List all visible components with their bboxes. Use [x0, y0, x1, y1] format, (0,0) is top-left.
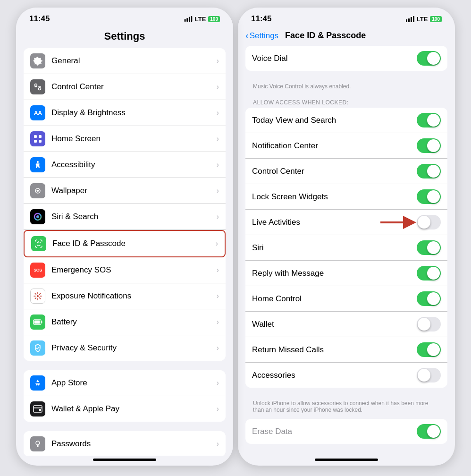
- row-notification-center[interactable]: Notification Center: [245, 133, 447, 159]
- faceid-label: Face ID & Passcode: [52, 239, 216, 248]
- row-privacy[interactable]: Privacy & Security ›: [24, 335, 226, 361]
- svg-rect-10: [39, 135, 42, 138]
- passwords-label: Passwords: [51, 439, 217, 449]
- row-wallet[interactable]: Wallet & Apple Pay ›: [24, 396, 226, 422]
- row-voice-dial[interactable]: Voice Dial: [245, 46, 447, 71]
- right-signal-icon: [406, 16, 414, 22]
- accessibility-chevron: ›: [217, 161, 219, 169]
- settings-group-3: Passwords ›: [24, 431, 226, 456]
- siri-icon: [30, 209, 45, 224]
- wallet-chevron: ›: [217, 405, 219, 413]
- right-status-icons: LTE 100: [406, 16, 442, 23]
- control-center-icon: [30, 79, 45, 94]
- faceid-icon: [31, 236, 46, 251]
- right-battery-badge: 100: [430, 16, 442, 22]
- emergency-label: Emergency SOS: [51, 265, 217, 275]
- row-exposure[interactable]: Exposure Notifications ›: [24, 283, 226, 309]
- return-calls-label: Return Missed Calls: [252, 345, 417, 355]
- row-appstore[interactable]: App Store ›: [24, 370, 226, 396]
- emergency-chevron: ›: [217, 266, 219, 274]
- control-center-lock-toggle[interactable]: [417, 164, 441, 178]
- row-control-center-lock[interactable]: Control Center: [245, 159, 447, 184]
- siri-label: Siri & Search: [51, 212, 217, 221]
- erase-data-toggle[interactable]: [417, 424, 441, 439]
- svg-rect-33: [39, 409, 41, 411]
- privacy-chevron: ›: [217, 344, 219, 352]
- live-activities-toggle[interactable]: [417, 215, 441, 230]
- erase-data-group: Erase Data: [245, 419, 447, 444]
- appstore-label: App Store: [51, 378, 217, 388]
- wallpaper-icon: [30, 183, 45, 198]
- control-center-label: Control Center: [51, 82, 217, 92]
- row-accessibility[interactable]: Accessibility ›: [24, 152, 226, 178]
- today-view-toggle[interactable]: [417, 113, 441, 128]
- svg-rect-9: [34, 135, 37, 138]
- svg-rect-12: [39, 140, 42, 143]
- reply-message-toggle[interactable]: [417, 266, 441, 280]
- row-siri-lock[interactable]: Siri: [245, 235, 447, 261]
- battery-label: Battery: [51, 317, 217, 327]
- left-phone: 11:45 LTE 100 Settings: [16, 8, 233, 466]
- row-passwords[interactable]: Passwords ›: [24, 431, 226, 456]
- back-button[interactable]: ‹ Settings: [245, 30, 278, 41]
- accessories-toggle[interactable]: [417, 368, 441, 382]
- siri-lock-toggle[interactable]: [417, 240, 441, 255]
- display-label: Display & Brightness: [51, 108, 217, 118]
- left-status-bar: 11:45 LTE 100: [16, 8, 233, 26]
- home-screen-label: Home Screen: [51, 134, 217, 144]
- settings-group-2: App Store › Wallet & Apple Pay ›: [24, 370, 226, 422]
- svg-point-13: [37, 161, 39, 163]
- left-page-header: Settings: [16, 26, 233, 48]
- row-today-view[interactable]: Today View and Search: [245, 108, 447, 133]
- row-faceid[interactable]: Face ID & Passcode ›: [24, 230, 226, 257]
- control-center-chevron: ›: [217, 83, 219, 91]
- display-icon: AA: [30, 105, 45, 120]
- svg-line-25: [40, 298, 41, 299]
- row-wallet-lock[interactable]: Wallet: [245, 312, 447, 337]
- svg-rect-1: [186, 18, 188, 22]
- return-calls-toggle[interactable]: [417, 342, 441, 357]
- row-return-calls[interactable]: Return Missed Calls: [245, 337, 447, 363]
- back-label: Settings: [250, 31, 278, 41]
- voice-dial-toggle[interactable]: [417, 51, 441, 66]
- row-home-screen[interactable]: Home Screen ›: [24, 126, 226, 152]
- row-lock-widgets[interactable]: Lock Screen Widgets: [245, 184, 447, 210]
- svg-point-19: [37, 295, 39, 297]
- svg-point-34: [36, 441, 40, 445]
- row-siri[interactable]: Siri & Search ›: [24, 204, 226, 230]
- row-wallpaper[interactable]: Wallpaper ›: [24, 178, 226, 204]
- passwords-chevron: ›: [217, 440, 219, 448]
- row-display[interactable]: AA Display & Brightness ›: [24, 100, 226, 126]
- row-emergency-sos[interactable]: SOS Emergency SOS ›: [24, 257, 226, 283]
- row-home-control[interactable]: Home Control: [245, 286, 447, 312]
- home-control-toggle[interactable]: [417, 291, 441, 306]
- exposure-label: Exposure Notifications: [51, 291, 217, 301]
- right-page-header: ‹ Settings Face ID & Passcode: [238, 26, 455, 46]
- main-container: 11:45 LTE 100 Settings: [0, 0, 471, 476]
- svg-rect-7: [34, 86, 37, 87]
- notification-center-toggle[interactable]: [417, 138, 441, 153]
- lock-widgets-toggle[interactable]: [417, 189, 441, 204]
- row-battery[interactable]: Battery ›: [24, 309, 226, 335]
- svg-rect-38: [411, 17, 412, 22]
- home-screen-icon: [30, 131, 45, 146]
- row-accessories[interactable]: Accessories: [245, 363, 447, 388]
- svg-point-16: [36, 215, 39, 218]
- general-chevron: ›: [217, 57, 219, 65]
- row-reply-message[interactable]: Reply with Message: [245, 261, 447, 286]
- right-status-bar: 11:45 LTE 100: [238, 8, 455, 26]
- wallet-lock-toggle[interactable]: [417, 317, 441, 332]
- right-page-title: Face ID & Passcode: [285, 31, 366, 41]
- battery-badge: 100: [208, 16, 220, 22]
- svg-rect-35: [37, 445, 39, 447]
- accessibility-label: Accessibility: [51, 160, 217, 170]
- row-live-activities[interactable]: Live Activities: [245, 210, 447, 235]
- settings-group-1: General › Control Center ›: [24, 48, 226, 361]
- locked-section-header: ALLOW ACCESS WHEN LOCKED:: [245, 95, 447, 108]
- svg-rect-0: [184, 19, 185, 22]
- accessories-note: Unlock iPhone to allow accessories to co…: [245, 397, 447, 419]
- wallet-label: Wallet & Apple Pay: [51, 404, 217, 414]
- row-general[interactable]: General ›: [24, 48, 226, 74]
- row-control-center[interactable]: Control Center ›: [24, 74, 226, 100]
- right-home-indicator: [315, 459, 378, 461]
